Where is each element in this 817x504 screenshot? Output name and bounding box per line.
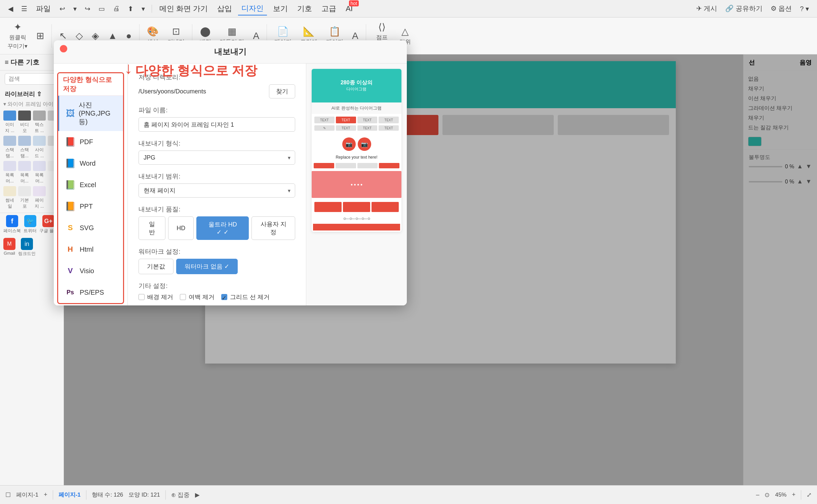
lib-item-stack2[interactable]: 스택 탬... xyxy=(18,136,31,159)
format-item-html[interactable]: H Html xyxy=(58,239,123,260)
back-button[interactable]: ◀ xyxy=(5,3,16,14)
format-item-excel[interactable]: 📗 Excel xyxy=(58,174,123,196)
lib-item-thumb[interactable]: 썸네일 xyxy=(3,186,16,209)
watermark-none[interactable]: 워터마크 없음 ✓ xyxy=(176,259,238,274)
grid-button[interactable]: ⊞ xyxy=(33,28,47,43)
lib-item-text[interactable]: 텍스트 ... xyxy=(33,111,46,134)
layers-button[interactable]: ⊕ 집중 xyxy=(171,491,190,499)
browse-button[interactable]: 찾기 xyxy=(269,84,295,98)
watermark-default[interactable]: 기본값 xyxy=(139,259,173,274)
search-input[interactable] xyxy=(5,73,59,85)
format-item-pdf[interactable]: 📕 PDF xyxy=(58,131,123,153)
range-setting: 내보내기 범위: 현재 페이지 전체 페이지 ▾ xyxy=(139,172,295,198)
one-click-button[interactable]: ✦ 원클릭 꾸미기▾ xyxy=(4,19,31,52)
publish-button[interactable]: ✈ 게시 xyxy=(694,3,720,14)
menu-ai[interactable]: AI hot xyxy=(342,3,356,14)
hamburger-button[interactable]: ☰ xyxy=(18,3,30,14)
html-icon: H xyxy=(65,243,76,255)
menu-file[interactable]: 파일 xyxy=(33,2,54,15)
layout-button[interactable]: ☐ xyxy=(5,491,11,499)
present-button[interactable]: ▭ xyxy=(96,3,108,14)
preview-circle2: 📷 xyxy=(358,137,371,151)
filename-label: 파일 이름: xyxy=(139,106,295,115)
current-page[interactable]: 페이지-1 xyxy=(59,491,81,499)
preview-pink: ● ● ● ● xyxy=(312,171,401,198)
annotation-label: 다양한 형식으로 저장 xyxy=(58,73,123,96)
more-button[interactable]: ▾ xyxy=(139,3,148,14)
undo-button[interactable]: ↩ xyxy=(57,3,68,14)
format-label-pdf: PDF xyxy=(80,138,93,146)
dialog-close-button[interactable] xyxy=(60,45,67,52)
menu-insert[interactable]: 삽입 xyxy=(214,2,235,15)
format-select[interactable]: JPG PNG PDF xyxy=(139,151,295,165)
lib-item-list2[interactable]: 목록 머... xyxy=(18,161,31,184)
format-setting: 내보내기 형식: JPG PNG PDF ▾ xyxy=(139,139,295,165)
lib-item-video[interactable]: 비디오 xyxy=(18,111,31,134)
lib-item-page[interactable]: 페이지 ... xyxy=(33,186,46,209)
share-button[interactable]: 🔗 공유하기 xyxy=(723,3,765,14)
image-thumb xyxy=(3,111,16,121)
export-button[interactable]: ⬆ xyxy=(125,3,136,14)
print-button[interactable]: 🖨 xyxy=(110,3,122,14)
help-button[interactable]: ? ▾ xyxy=(797,3,812,14)
lib-item-stack1[interactable]: 스택 탬... xyxy=(3,136,16,159)
preview-replace-text: Replace your text here! xyxy=(312,153,401,162)
linkedin-item[interactable]: in 링크드인 xyxy=(18,238,36,257)
tw-item[interactable]: 🐦 트위터 xyxy=(24,215,37,234)
zoom-circle-button[interactable]: ⊙ xyxy=(765,491,770,499)
quality-label: 내보내기 품질: xyxy=(139,205,295,214)
quality-hd[interactable]: HD xyxy=(168,216,194,240)
cb-grid-box[interactable]: ✓ xyxy=(221,294,227,300)
preview-block1: TEXT TEXT TEXT TEXT ✎ TEXT TEXT TEXT xyxy=(312,114,401,135)
cb-margin-box[interactable] xyxy=(180,294,186,300)
options-button[interactable]: ⚙ 옵션 xyxy=(768,3,795,14)
play-button[interactable]: ▶ xyxy=(195,491,200,499)
format-item-svg[interactable]: S SVG xyxy=(58,217,123,239)
cb-bg-box[interactable] xyxy=(139,294,145,300)
add-page-button[interactable]: + xyxy=(44,491,47,498)
cell-8: TEXT xyxy=(379,125,399,131)
ppt-icon: 📙 xyxy=(65,200,76,212)
list2-label: 목록 머... xyxy=(18,172,31,184)
cb-margin[interactable]: 여백 제거 xyxy=(180,293,215,301)
preview-row1: TEXT TEXT TEXT TEXT xyxy=(314,117,399,123)
zoom-minus-button[interactable]: – xyxy=(756,491,759,498)
lib-item-list3[interactable]: 목록 머... xyxy=(33,161,46,184)
quality-custom[interactable]: 사용자 지정 xyxy=(251,216,295,240)
format-item-png[interactable]: 🖼 사진(PNG,JPG 등) xyxy=(58,96,123,131)
hot-badge: hot xyxy=(349,0,359,6)
preview-footer xyxy=(312,199,401,215)
undo-arrow-button[interactable]: ▾ xyxy=(71,3,79,14)
fb-item[interactable]: f 페이스북 xyxy=(3,215,21,234)
lib-item-side[interactable]: 사이드 ... xyxy=(33,136,46,159)
fit-button[interactable]: ⤢ xyxy=(807,491,812,499)
grid-icon: ⊞ xyxy=(36,30,44,41)
menu-symbol[interactable]: 기호 xyxy=(294,2,315,15)
lib-item-image[interactable]: 이미지 ... xyxy=(3,111,16,134)
menu-home[interactable]: 메인 화면 가기 xyxy=(156,2,211,15)
lib-item-base[interactable]: 기본 포 xyxy=(18,186,31,209)
linkedin-label: 링크드인 xyxy=(18,251,36,257)
quality-ultrahd[interactable]: 울트라 HD ✓ xyxy=(196,216,249,240)
lib-item-list1[interactable]: 목록 머... xyxy=(3,161,16,184)
format-label-png: 사진(PNG,JPG 등) xyxy=(79,100,116,126)
format-item-visio[interactable]: V Visio xyxy=(58,260,123,282)
preview-subtitle: AI로 완성하는 다이어그램 xyxy=(312,102,401,114)
filename-input[interactable] xyxy=(139,117,295,132)
cb-grid[interactable]: ✓ 그리드 선 제거 xyxy=(221,293,270,301)
cb-bg[interactable]: 배경 제거 xyxy=(139,293,173,301)
format-item-ps[interactable]: Ps PS/EPS xyxy=(58,282,123,303)
redo-button[interactable]: ↪ xyxy=(82,3,93,14)
menu-view[interactable]: 보기 xyxy=(270,2,291,15)
format-label-ps: PS/EPS xyxy=(80,289,104,296)
zoom-plus-button[interactable]: + xyxy=(792,491,795,498)
menu-design[interactable]: 디자인 xyxy=(238,2,267,15)
format-item-ppt[interactable]: 📙 PPT xyxy=(58,196,123,217)
format-item-word[interactable]: 📘 Word xyxy=(58,153,123,174)
cb-grid-label: 그리드 선 제거 xyxy=(230,293,270,301)
gmail-item[interactable]: M Gmail xyxy=(3,238,15,257)
quality-normal[interactable]: 일반 xyxy=(139,216,165,240)
range-select[interactable]: 현재 페이지 전체 페이지 xyxy=(139,183,295,198)
menu-advanced[interactable]: 고급 xyxy=(318,2,340,15)
preview-header-text: 280종 이상의 다이어그램 xyxy=(341,79,373,92)
